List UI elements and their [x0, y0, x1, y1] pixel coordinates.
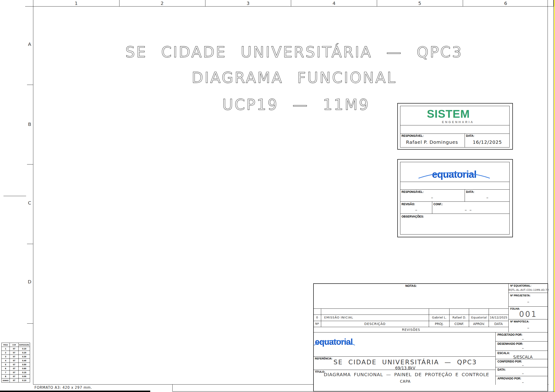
pen-table-cell: 07 — [10, 351, 19, 355]
desenhado-por-label: DESENHADO POR: — [497, 342, 523, 345]
equatorial-conf-value: – – — [433, 207, 503, 212]
pen-table-cell: 0.50 — [19, 363, 30, 367]
paper-edge-highlight — [554, 0, 555, 392]
pen-table-cell: 0.40 — [19, 359, 30, 363]
rev-proj: Gabriel L. — [429, 316, 449, 319]
titleblock-equatorial-logo-wave — [314, 336, 355, 349]
pen-table-header: PENA — [2, 343, 10, 347]
pen-table-cell: 0.10 — [19, 347, 30, 351]
sistem-logo: SISTEM — [419, 107, 477, 120]
desenhado-por-value: – — [501, 346, 545, 350]
pen-table-cell: 07 — [10, 378, 19, 382]
pen-table-cell: 07 — [10, 347, 19, 351]
grid-row-label: D — [26, 279, 33, 285]
sheet-cut-edge-bar — [0, 391, 150, 392]
bottom-strip-line — [172, 391, 555, 392]
titulo-sub: CAPA — [324, 379, 487, 384]
pen-table-cell: 07 — [10, 371, 19, 375]
pen-table-cell: 07 — [10, 363, 19, 367]
equatorial-data-value: – — [466, 195, 509, 200]
num-equatorial-label: Nº EQUATORIAL: — [510, 284, 531, 287]
sistem-logo-subtitle: ENGENHARIA — [427, 120, 474, 124]
num-equatorial-value: EQTL–AL–AUT–CDU–11M9–A3–T2 — [509, 288, 548, 291]
ruler-tick — [377, 0, 377, 7]
num-mapoteca-value: – — [509, 325, 548, 330]
cover-title-line1: SE CIDADE UNIVERSITÁRIA — QPC3 — [125, 43, 463, 61]
conferido-por-label: CONFERIDO POR: — [497, 360, 522, 363]
row-tick — [27, 323, 33, 324]
folha-value: 001 — [509, 310, 548, 319]
num-mapoteca-label: Nº MAPOTECA: — [510, 320, 529, 323]
equatorial-logo-wave — [418, 168, 490, 182]
pen-table-cell: 3 — [2, 355, 10, 359]
grid-row-label: A — [26, 41, 33, 47]
projetado-por-label: PROJETADO POR: — [497, 333, 522, 336]
drawing-sheet: 1 2 3 4 5 6 A B C D SE CIDADE UNIVERSITÁ… — [0, 0, 555, 392]
pen-table-cell: 0.05 — [19, 375, 30, 378]
rev-table-line — [314, 327, 508, 327]
ruler-tick — [463, 0, 463, 7]
cover-title-line2: DIAGRAMA FUNCIONAL — [192, 69, 397, 86]
pen-table-cell: 7 — [2, 371, 10, 375]
equatorial-data-label: DATA: — [466, 190, 475, 193]
ruler-tick — [554, 0, 554, 7]
sistem-responsavel-value: Rafael P. Domingues — [405, 139, 459, 145]
rev-table-line — [314, 308, 508, 309]
equatorial-revisao-label: REVISÃO: — [402, 203, 415, 206]
referencia-title: SE CIDADE UNIVERSITÁRIA — QPC3 — [324, 358, 487, 366]
rev-header-n: Nº — [313, 322, 321, 326]
frame-left-edge — [33, 0, 33, 385]
aprovado-por-label: APROVADO POR: — [497, 377, 521, 380]
titulo-value: DIAGRAMA FUNCIONAL — PAINEL DE PROTEÇÃO … — [324, 372, 487, 377]
row-tick — [27, 85, 33, 85]
numcol-line — [508, 306, 548, 307]
cover-title-line3: UCP19 — 11M9 — [222, 96, 370, 113]
conferido-por-value: – — [501, 363, 545, 368]
sistem-row-divider — [400, 125, 509, 125]
sistem-data-label: DATA: — [466, 134, 475, 137]
sistem-responsavel-label: RESPONSÁVEL: — [402, 134, 424, 137]
data-value: – — [501, 371, 545, 376]
pen-table-cell: 0.10 — [19, 378, 30, 382]
sistem-data-divider — [465, 134, 465, 148]
format-note: FORMATO A3: 420 x 297 mm. — [35, 385, 92, 390]
referencia-line — [314, 356, 495, 357]
pen-table-cell: 4 — [2, 359, 10, 363]
sistem-row-divider — [400, 134, 509, 134]
num-projetista-label: Nº PROJETISTA: — [510, 294, 531, 297]
grid-column-label: 4 — [327, 0, 341, 6]
revisions-caption: REVISÕES — [373, 328, 450, 332]
equatorial-row-divider — [400, 201, 509, 202]
pen-table-cell: 8 — [2, 375, 10, 378]
rev-table-line — [314, 321, 508, 321]
equatorial-data-divider — [465, 189, 465, 201]
projetado-por-value: – — [501, 337, 545, 341]
people-col-divider — [495, 332, 496, 385]
rev-conf: Rafael D. — [450, 316, 469, 319]
grid-column-label: 5 — [413, 0, 427, 6]
escala-label: ESCALA: — [497, 351, 510, 355]
equatorial-responsavel-value: – — [405, 195, 459, 200]
equatorial-conf-divider — [432, 201, 432, 214]
people-line — [495, 351, 548, 351]
escala-value: S/ESCALA — [501, 355, 545, 359]
pen-table-cell: 1 — [2, 347, 10, 351]
equatorial-row-divider — [400, 189, 509, 190]
people-line — [495, 341, 548, 342]
pen-table-cell: 2 — [2, 351, 10, 355]
sistem-data-value: 16/12/2025 — [466, 139, 509, 145]
grid-column-label: 3 — [241, 0, 255, 6]
pen-table-cell: 0.60 — [19, 367, 30, 371]
rev-header-data: DATA — [489, 322, 508, 326]
pen-table-cell: 0.20 — [19, 351, 30, 355]
equatorial-conf-label: CONF.: — [433, 203, 443, 206]
bottom-strip-divider — [172, 384, 173, 392]
grid-column-label: 2 — [155, 0, 169, 6]
ruler-tick — [291, 0, 291, 7]
rev-aprov: Equatorial — [469, 316, 489, 319]
rev-header-aprov: APROV. — [469, 322, 489, 326]
pen-table-cell: DEMAIS — [2, 378, 10, 382]
numcol-line — [508, 293, 548, 293]
pen-table-cell: 0.15 — [19, 371, 30, 375]
paper-right-edge — [553, 0, 554, 392]
